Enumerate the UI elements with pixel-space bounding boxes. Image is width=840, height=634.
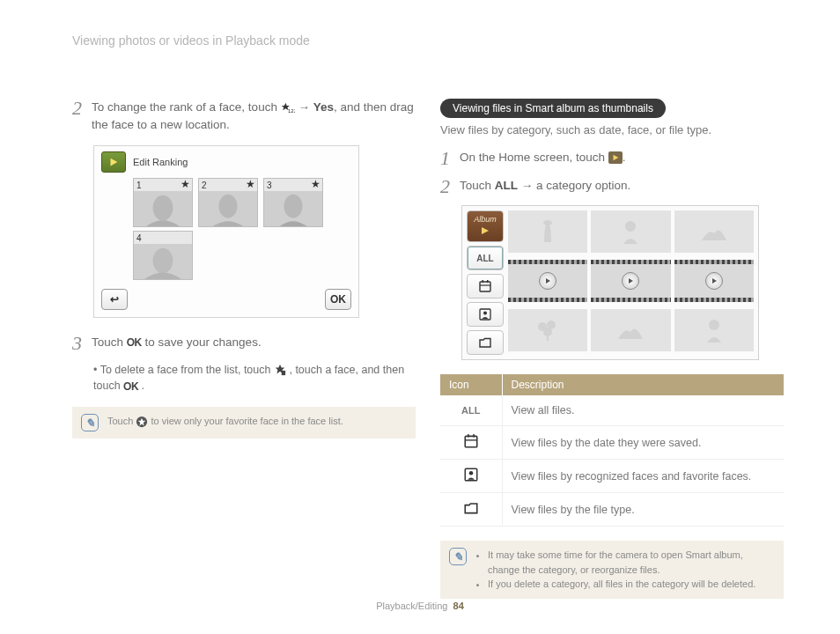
thumbnail[interactable] <box>508 309 587 351</box>
svg-point-19 <box>543 220 552 225</box>
album-tab[interactable]: Album <box>467 210 504 242</box>
all-tab[interactable]: ALL <box>467 246 504 270</box>
all-icon: ALL <box>463 402 479 418</box>
section-intro: View files by category, such as date, fa… <box>440 123 784 136</box>
icon-description-table: Icon Description ALL View all files. Vie… <box>440 374 784 527</box>
edit-ranking-title: Edit Ranking <box>133 157 188 167</box>
footer-section: Playback/Editing <box>376 601 447 611</box>
svg-marker-22 <box>629 278 633 284</box>
row-desc: View files by the date they were saved. <box>502 426 784 460</box>
rstep1-pre: On the Home screen, touch <box>460 151 608 164</box>
table-header-desc: Description <box>502 374 784 395</box>
step-number-2: 2 <box>72 99 92 135</box>
step3-post: to save your changes. <box>145 335 262 349</box>
note-box-left: ✎ Touch to view only your favorite face … <box>72 407 416 439</box>
step-number-1: 1 <box>440 149 460 168</box>
step3-pre: Touch <box>92 335 127 349</box>
svg-rect-31 <box>468 434 469 437</box>
thumbnail[interactable] <box>591 309 670 351</box>
face-num-3: 3 <box>267 181 272 190</box>
svg-point-4 <box>219 194 238 217</box>
rstep1-post: . <box>623 151 626 164</box>
edit-ranking-screenshot: Edit Ranking 1 ★ 2 ★ 3 ★ 4 <box>93 145 359 318</box>
face-cell-1[interactable]: 1 ★ <box>133 178 193 227</box>
thumbnail-video[interactable] <box>591 260 670 302</box>
step-number-2r: 2 <box>440 177 460 196</box>
note-bullet-2: If you delete a category, all files in t… <box>488 577 775 592</box>
row-desc: View files by the file type. <box>502 493 784 527</box>
row-desc: View all files. <box>502 395 784 426</box>
svg-rect-29 <box>465 436 477 446</box>
smart-album-screenshot: Album ALL <box>461 205 759 360</box>
play-circle-icon <box>705 272 723 290</box>
bullet-pre: To delete a face from the list, touch <box>100 364 274 376</box>
thumbnail-video[interactable] <box>674 260 754 302</box>
step-number-3: 3 <box>72 334 92 353</box>
note-pre: Touch <box>107 416 136 426</box>
person-tab[interactable] <box>467 302 504 327</box>
svg-point-5 <box>284 194 303 217</box>
playback-mode-icon <box>101 151 126 173</box>
face-num-1: 1 <box>136 181 142 190</box>
page-header: Viewing photos or videos in Playback mod… <box>72 33 310 48</box>
rstep2-post: → a category option. <box>521 179 631 192</box>
face-cell-4[interactable]: 4 <box>133 231 193 280</box>
star-rank-icon: 123 <box>281 101 295 114</box>
svg-marker-12 <box>482 227 489 234</box>
step3-bullet: To delete a face from the list, touch , … <box>93 362 416 395</box>
svg-marker-21 <box>546 278 550 284</box>
play-circle-icon <box>539 272 556 290</box>
face-num-2: 2 <box>202 181 207 190</box>
step2-pre: To change the rank of a face, touch <box>92 100 281 114</box>
svg-marker-11 <box>613 155 618 161</box>
svg-point-18 <box>483 312 487 315</box>
folder-tab[interactable] <box>467 330 504 355</box>
rstep2-pre: Touch <box>460 179 495 192</box>
svg-point-34 <box>469 471 474 476</box>
face-cell-3[interactable]: 3 ★ <box>263 178 323 227</box>
svg-point-3 <box>153 195 173 220</box>
rstep2-all: ALL <box>495 179 518 192</box>
note-icon: ✎ <box>81 414 99 431</box>
table-row: ALL View all files. <box>440 395 784 426</box>
step-3: 3 Touch OK to save your changes. <box>72 334 416 353</box>
svg-text:123: 123 <box>288 108 295 114</box>
face-cell-2[interactable]: 2 ★ <box>198 178 258 227</box>
svg-rect-32 <box>473 434 475 437</box>
thumbnail-video[interactable] <box>508 260 587 302</box>
table-row: View files by recognized faces and favor… <box>440 460 784 493</box>
folder-icon <box>463 500 479 516</box>
person-icon <box>463 467 479 483</box>
back-button[interactable]: ↩ <box>101 289 128 310</box>
svg-rect-15 <box>483 280 484 283</box>
note-box-right: ✎ It may take some time for the camera t… <box>440 541 784 599</box>
svg-point-28 <box>709 320 719 330</box>
svg-rect-16 <box>487 280 489 283</box>
thumbnail[interactable] <box>674 309 754 351</box>
favorite-star-icon <box>136 416 148 428</box>
svg-rect-13 <box>480 282 490 291</box>
star-icon: ★ <box>181 178 190 190</box>
right-step-2: 2 Touch ALL → a category option. <box>440 177 784 196</box>
thumbnail[interactable] <box>508 210 587 253</box>
playback-home-icon <box>608 151 623 164</box>
ok-button[interactable]: OK <box>325 289 351 310</box>
table-row: View files by the file type. <box>440 493 784 527</box>
table-header-icon: Icon <box>440 374 502 395</box>
thumbnail[interactable] <box>591 210 670 253</box>
page-footer: Playback/Editing 84 <box>0 601 840 611</box>
ok-icon: OK <box>127 335 142 350</box>
calendar-icon <box>463 433 479 449</box>
thumbnail[interactable] <box>674 210 754 253</box>
calendar-tab[interactable] <box>467 274 504 299</box>
table-row: View files by the date they were saved. <box>440 426 784 460</box>
trash-face-icon <box>274 364 286 376</box>
svg-point-20 <box>625 221 636 232</box>
bullet-end: . <box>142 380 144 392</box>
page-number: 84 <box>453 601 464 611</box>
ok-icon: OK <box>123 379 138 394</box>
right-step-1: 1 On the Home screen, touch . <box>440 149 784 168</box>
row-desc: View files by recognized faces and favor… <box>502 460 784 493</box>
svg-rect-27 <box>547 334 549 341</box>
right-column: Viewing files in Smart album as thumbnai… <box>440 99 784 599</box>
